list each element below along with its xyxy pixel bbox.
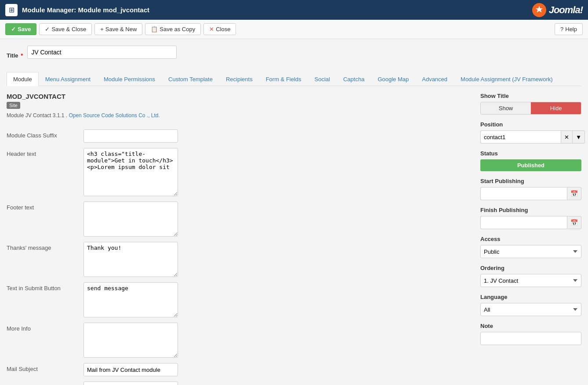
tabs-bar: Module Menu Assignment Module Permission… bbox=[7, 72, 581, 86]
language-label: Language bbox=[480, 294, 581, 300]
send-copy-mail-group: Send a copy mail bbox=[7, 381, 472, 385]
joomla-text: Joomla! bbox=[549, 4, 583, 16]
header-text-input[interactable]: <h3 class="title-module">Get in touch</h… bbox=[83, 148, 178, 196]
ordering-section: Ordering 1. JV Contact bbox=[480, 265, 581, 287]
content-area: Title * Module Menu Assignment Module Pe… bbox=[0, 39, 588, 385]
text-submit-button-label: Text in Submit Button bbox=[7, 282, 83, 291]
mail-subject-group: Mail Subject bbox=[7, 363, 472, 376]
finish-publishing-calendar-btn[interactable]: 📅 bbox=[567, 216, 581, 229]
thanks-message-label: Thanks' message bbox=[7, 242, 83, 251]
send-copy-mail-label: Send a copy mail bbox=[7, 381, 83, 385]
language-select[interactable]: All bbox=[480, 303, 581, 316]
x-icon: ✕ bbox=[209, 26, 214, 32]
mail-subject-input[interactable] bbox=[83, 363, 178, 376]
tab-social[interactable]: Social bbox=[308, 72, 337, 86]
show-title-section: Show Title Show Hide bbox=[480, 93, 581, 115]
tab-module[interactable]: Module bbox=[7, 72, 39, 86]
status-label: Status bbox=[480, 150, 581, 157]
more-info-label: More Info bbox=[7, 323, 83, 332]
module-class-suffix-label: Module Class Suffix bbox=[7, 130, 83, 139]
title-row: Title * bbox=[7, 46, 581, 65]
mail-subject-label: Mail Subject bbox=[7, 363, 83, 372]
footer-text-input[interactable] bbox=[83, 201, 178, 237]
ordering-select[interactable]: 1. JV Contact bbox=[480, 274, 581, 287]
joomla-logo: Joomla! bbox=[531, 2, 583, 18]
start-publishing-section: Start Publishing 📅 bbox=[480, 178, 581, 200]
plus-icon: + bbox=[100, 26, 104, 32]
tab-module-assignment-jv[interactable]: Module Assignment (JV Framework) bbox=[454, 72, 559, 86]
access-label: Access bbox=[480, 236, 581, 242]
help-icon: ? bbox=[560, 26, 563, 32]
footer-text-label: Footer text bbox=[7, 201, 83, 211]
app-icon: ⊞ bbox=[5, 4, 18, 16]
access-select[interactable]: Public Registered Special Super Users Gu… bbox=[480, 245, 581, 258]
finish-publishing-label: Finish Publishing bbox=[480, 207, 581, 213]
left-panel: MOD_JVCONTACT Site Module JV Contact 3.1… bbox=[7, 93, 472, 385]
note-label: Note bbox=[480, 323, 581, 329]
tab-module-permissions[interactable]: Module Permissions bbox=[97, 72, 162, 86]
show-title-toggle: Show Hide bbox=[480, 102, 581, 115]
show-title-label: Show Title bbox=[480, 93, 581, 99]
show-title-show-btn[interactable]: Show bbox=[481, 102, 531, 114]
module-name: MOD_JVCONTACT bbox=[7, 93, 472, 100]
joomla-icon bbox=[531, 2, 547, 18]
footer-text-group: Footer text bbox=[7, 201, 472, 237]
module-info-link[interactable]: Open Source Code Solutions Co ., Ltd. bbox=[69, 112, 160, 119]
save-icon: ✓ bbox=[11, 26, 16, 32]
text-submit-button-group: Text in Submit Button send message bbox=[7, 282, 472, 317]
note-section: Note bbox=[480, 323, 581, 345]
more-info-group: More Info bbox=[7, 323, 472, 358]
right-panel: Show Title Show Hide Position ✕ ▼ Status… bbox=[480, 93, 581, 385]
header-text-group: Header text <h3 class="title-module">Get… bbox=[7, 148, 472, 196]
required-marker: * bbox=[21, 52, 23, 59]
save-close-button[interactable]: ✓ Save & Close bbox=[39, 23, 92, 35]
thanks-message-group: Thanks' message Thank you! bbox=[7, 242, 472, 277]
thanks-message-input[interactable]: Thank you! bbox=[83, 242, 178, 277]
help-button[interactable]: ? Help bbox=[555, 23, 583, 35]
position-section: Position ✕ ▼ bbox=[480, 121, 581, 144]
check-icon: ✓ bbox=[45, 26, 50, 32]
save-new-button[interactable]: + Save & New bbox=[94, 23, 142, 35]
top-bar: ⊞ Module Manager: Module mod_jvcontact J… bbox=[0, 0, 588, 20]
position-group: ✕ ▼ bbox=[480, 130, 581, 144]
title-label: Title * bbox=[7, 52, 23, 59]
access-section: Access Public Registered Special Super U… bbox=[480, 236, 581, 258]
finish-publishing-section: Finish Publishing 📅 bbox=[480, 207, 581, 229]
send-copy-mail-input[interactable] bbox=[83, 381, 178, 385]
note-input[interactable] bbox=[480, 332, 581, 345]
position-clear-btn[interactable]: ✕ bbox=[561, 130, 572, 144]
title-input[interactable] bbox=[27, 46, 177, 59]
module-header: MOD_JVCONTACT Site Module JV Contact 3.1… bbox=[7, 93, 472, 119]
language-section: Language All bbox=[480, 294, 581, 316]
tab-form-fields[interactable]: Form & Fields bbox=[259, 72, 308, 86]
header-text-label: Header text bbox=[7, 148, 83, 157]
close-button[interactable]: ✕ Close bbox=[203, 23, 236, 35]
tab-menu-assignment[interactable]: Menu Assignment bbox=[39, 72, 97, 86]
page-title: Module Manager: Module mod_jvcontact bbox=[22, 6, 531, 14]
save-button[interactable]: ✓ Save bbox=[5, 23, 36, 35]
status-published: Published bbox=[480, 159, 581, 171]
module-info: Module JV Contact 3.1.1 . Open Source Co… bbox=[7, 112, 472, 119]
site-badge: Site bbox=[7, 102, 20, 109]
finish-publishing-input[interactable] bbox=[480, 216, 567, 229]
start-publishing-group: 📅 bbox=[480, 187, 581, 200]
show-title-hide-btn[interactable]: Hide bbox=[531, 102, 581, 114]
toolbar: ✓ Save ✓ Save & Close + Save & New 📋 Sav… bbox=[0, 20, 588, 39]
tab-custom-template[interactable]: Custom Template bbox=[162, 72, 219, 86]
tab-google-map[interactable]: Google Map bbox=[371, 72, 415, 86]
tab-recipients[interactable]: Recipients bbox=[219, 72, 259, 86]
main-layout: MOD_JVCONTACT Site Module JV Contact 3.1… bbox=[7, 93, 581, 385]
status-section: Status Published bbox=[480, 150, 581, 171]
start-publishing-calendar-btn[interactable]: 📅 bbox=[567, 187, 581, 200]
start-publishing-input[interactable] bbox=[480, 187, 567, 200]
save-copy-button[interactable]: 📋 Save as Copy bbox=[145, 23, 201, 35]
ordering-label: Ordering bbox=[480, 265, 581, 271]
module-class-suffix-group: Module Class Suffix bbox=[7, 130, 472, 143]
position-input[interactable] bbox=[480, 130, 561, 144]
tab-advanced[interactable]: Advanced bbox=[415, 72, 454, 86]
position-dropdown-btn[interactable]: ▼ bbox=[572, 130, 585, 144]
text-submit-button-input[interactable]: send message bbox=[83, 282, 178, 317]
more-info-input[interactable] bbox=[83, 323, 178, 358]
module-class-suffix-input[interactable] bbox=[83, 130, 178, 143]
tab-captcha[interactable]: Captcha bbox=[337, 72, 371, 86]
